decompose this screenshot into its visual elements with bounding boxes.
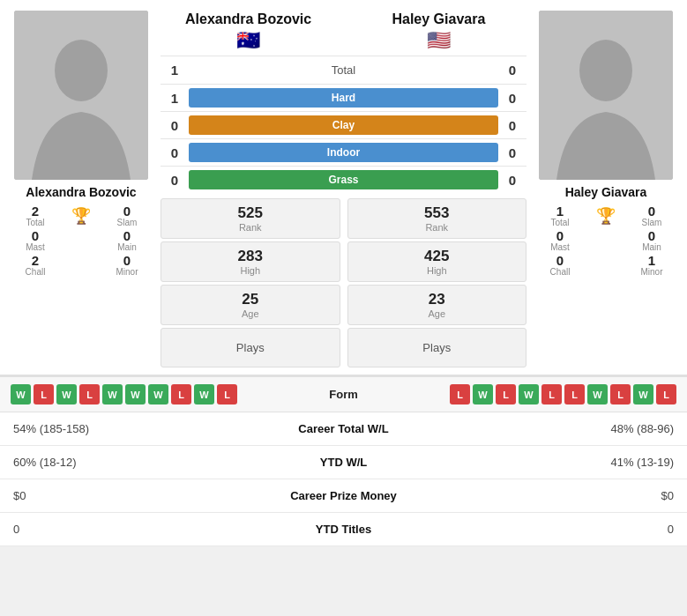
data-row-1: 60% (18-12)YTD W/L41% (13-19) xyxy=(0,446,687,479)
indoor-surface-label: Indoor xyxy=(189,143,498,162)
data-row-2-left: $0 xyxy=(13,489,256,502)
indoor-row: 0 Indoor 0 xyxy=(161,138,526,166)
center-column: Alexandra Bozovic 🇦🇺 Haley Giavara 🇺🇸 1 … xyxy=(161,11,526,367)
left-stat-slam: 0 Slam xyxy=(106,204,148,227)
data-row-1-label: YTD W/L xyxy=(256,456,432,469)
total-label: Total xyxy=(189,60,498,80)
left-form-pill-w: W xyxy=(102,384,123,404)
left-plays-block: Plays xyxy=(161,328,340,367)
data-row-0: 54% (185-158)Career Total W/L48% (88-96) xyxy=(0,412,687,446)
left-trophy-icon: 🏆 xyxy=(71,208,91,224)
clay-score-left: 0 xyxy=(161,118,189,133)
right-age-block: 23 Age xyxy=(347,285,527,325)
center-names-row: Alexandra Bozovic 🇦🇺 Haley Giavara 🇺🇸 xyxy=(161,11,526,52)
data-row-3-label: YTD Titles xyxy=(256,523,432,536)
data-row-3-left: 0 xyxy=(13,523,256,536)
data-row-2-right: $0 xyxy=(432,489,675,502)
grass-row: 0 Grass 0 xyxy=(161,166,526,193)
right-stat-total: 1 Total xyxy=(539,204,581,227)
left-stat-empty2 xyxy=(60,254,102,277)
indoor-score-right: 0 xyxy=(498,145,526,160)
left-stat-minor: 0 Minor xyxy=(106,254,148,277)
left-center-name: Alexandra Bozovic 🇦🇺 xyxy=(161,11,336,52)
right-form-pill-l: L xyxy=(564,384,585,404)
left-stat-empty xyxy=(60,229,102,252)
left-form-pill-l: L xyxy=(171,384,191,404)
right-plays-block: Plays xyxy=(347,328,527,367)
left-form-pill-w: W xyxy=(148,384,168,404)
left-high-block: 283 High xyxy=(161,241,340,282)
right-form-pills: LWLWLLWLWL xyxy=(400,384,677,404)
left-player-avatar xyxy=(14,11,148,180)
clay-surface-label: Clay xyxy=(189,115,498,135)
data-row-0-left: 54% (185-158) xyxy=(13,422,256,435)
right-form-pill-l: L xyxy=(496,384,516,404)
header-area: Alexandra Bozovic 2 Total 🏆 0 Slam 0 Mas… xyxy=(0,0,687,375)
center-stat-blocks: 525 Rank 283 High 25 Age Plays xyxy=(161,198,526,367)
form-label: Form xyxy=(295,388,392,401)
left-rank-block: 525 Rank xyxy=(161,198,340,239)
left-form-pill-w: W xyxy=(125,384,146,404)
left-form-pill-l: L xyxy=(34,384,54,404)
left-player-name: Alexandra Bozovic xyxy=(26,185,136,199)
data-row-1-left: 60% (18-12) xyxy=(13,456,256,469)
right-form-pill-l: L xyxy=(450,384,470,404)
right-stat-chall: 0 Chall xyxy=(539,254,581,277)
right-form-pill-l: L xyxy=(541,384,562,404)
left-age-block: 25 Age xyxy=(161,285,340,325)
right-player-avatar xyxy=(539,11,673,180)
form-row: WLWLWWWLWL Form LWLWLLWLWL xyxy=(0,377,687,412)
data-row-1-right: 41% (13-19) xyxy=(432,456,675,469)
hard-row: 1 Hard 0 xyxy=(161,84,526,111)
left-stat-chall: 2 Chall xyxy=(14,254,56,277)
right-center-stats: 553 Rank 425 High 23 Age Plays xyxy=(347,198,527,367)
right-stat-trophy-spacer: 🏆 xyxy=(585,204,627,227)
total-score-right: 0 xyxy=(498,63,526,78)
clay-score-right: 0 xyxy=(498,118,526,133)
data-rows: 54% (185-158)Career Total W/L48% (88-96)… xyxy=(0,412,687,546)
svg-point-1 xyxy=(55,40,108,101)
total-row: 1 Total 0 xyxy=(161,56,526,84)
left-stat-mast: 0 Mast xyxy=(14,229,56,252)
hard-score-right: 0 xyxy=(498,91,526,106)
right-rank-block: 553 Rank xyxy=(347,198,527,239)
right-form-pill-l: L xyxy=(656,384,676,404)
left-stat-total: 2 Total xyxy=(14,204,56,227)
svg-point-3 xyxy=(579,40,632,101)
left-stat-main: 0 Main xyxy=(106,229,148,252)
data-row-0-right: 48% (88-96) xyxy=(432,422,675,435)
total-score-left: 1 xyxy=(161,63,189,78)
right-player-card: Haley Giavara 1 Total 🏆 0 Slam 0 Mast xyxy=(532,11,680,367)
right-form-pill-w: W xyxy=(473,384,493,404)
left-form-pill-l: L xyxy=(79,384,100,404)
left-player-card: Alexandra Bozovic 2 Total 🏆 0 Slam 0 Mas… xyxy=(7,11,155,367)
right-stat-minor: 1 Minor xyxy=(631,254,673,277)
right-stat-empty2 xyxy=(585,254,627,277)
right-stat-empty xyxy=(585,229,627,252)
indoor-score-left: 0 xyxy=(161,145,189,160)
right-player-name: Haley Giavara xyxy=(565,185,647,199)
right-high-block: 425 High xyxy=(347,241,527,282)
left-player-stats-grid: 2 Total 🏆 0 Slam 0 Mast 0 Mai xyxy=(14,204,148,277)
left-form-pill-l: L xyxy=(217,384,237,404)
data-row-2-label: Career Prize Money xyxy=(256,489,432,502)
data-row-2: $0Career Prize Money$0 xyxy=(0,479,687,513)
hard-score-left: 1 xyxy=(161,91,189,106)
left-form-pill-w: W xyxy=(194,384,214,404)
left-stat-trophy-spacer: 🏆 xyxy=(60,204,102,227)
data-row-3: 0YTD Titles0 xyxy=(0,513,687,546)
right-form-pill-l: L xyxy=(610,384,631,404)
right-trophy-icon: 🏆 xyxy=(596,208,616,224)
grass-score-left: 0 xyxy=(161,173,189,188)
data-row-0-label: Career Total W/L xyxy=(256,422,432,435)
right-player-stats-grid: 1 Total 🏆 0 Slam 0 Mast 0 Main xyxy=(539,204,673,277)
left-form-pills: WLWLWWWLWL xyxy=(11,384,288,404)
right-center-name: Haley Giavara 🇺🇸 xyxy=(351,11,526,52)
grass-score-right: 0 xyxy=(498,173,526,188)
right-form-pill-w: W xyxy=(633,384,653,404)
right-stat-main: 0 Main xyxy=(631,229,673,252)
left-form-pill-w: W xyxy=(11,384,31,404)
left-form-pill-w: W xyxy=(56,384,77,404)
right-stat-slam: 0 Slam xyxy=(631,204,673,227)
left-center-stats: 525 Rank 283 High 25 Age Plays xyxy=(161,198,340,367)
